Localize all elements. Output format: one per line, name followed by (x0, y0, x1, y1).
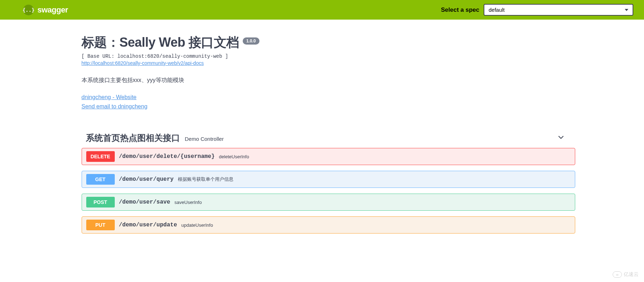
method-badge-put: PUT (86, 220, 115, 230)
endpoint-path: /demo/user/delete/{username} (119, 153, 215, 160)
endpoint-row[interactable]: PUT/demo/user/updateupdateUserInfo (82, 216, 575, 234)
endpoint-row[interactable]: GET/demo/user/query根据账号获取单个用户信息 (82, 171, 575, 188)
spec-select[interactable]: default (484, 4, 633, 16)
endpoint-path: /demo/user/query (119, 176, 174, 183)
method-badge-post: POST (86, 197, 115, 207)
logo-wrap[interactable]: {..} swagger (23, 5, 68, 15)
spec-label: Select a spec (441, 6, 479, 14)
section-header[interactable]: 系统首页热点图相关接口 Demo Controller (82, 129, 575, 147)
endpoint-summary: 根据账号获取单个用户信息 (178, 176, 233, 183)
title-row: 标题：Seally Web 接口文档 1.0.0 (82, 34, 575, 51)
base-url: [ Base URL: localhost:6820/seally-commun… (82, 53, 575, 59)
api-description: 本系统接口主要包括xxx、yyy等功能模块 (82, 77, 575, 84)
endpoint-summary: saveUserInfo (175, 200, 202, 205)
endpoint-summary: deleteUserInfo (219, 154, 249, 159)
logo-text: swagger (37, 5, 68, 15)
endpoint-path: /demo/user/save (119, 199, 170, 205)
section-description: Demo Controller (185, 136, 224, 142)
method-badge-get: GET (86, 174, 115, 185)
version-badge: 1.0.0 (243, 37, 259, 45)
topbar: {..} swagger Select a spec default (0, 0, 644, 20)
swagger-logo-icon: {..} (23, 5, 34, 15)
contact-links: dningcheng - Website Send email to dning… (82, 93, 575, 111)
endpoints-list: DELETE/demo/user/delete/{username}delete… (82, 147, 575, 241)
spec-select-wrap: default (484, 4, 633, 16)
endpoint-row[interactable]: POST/demo/user/savesaveUserInfo (82, 194, 575, 211)
endpoint-path: /demo/user/update (119, 222, 177, 228)
endpoint-summary: updateUserInfo (181, 222, 213, 228)
chevron-down-icon (557, 134, 565, 142)
api-docs-link[interactable]: http://localhost:6820/seally-community-w… (82, 60, 204, 66)
spec-selector: Select a spec default (441, 4, 633, 16)
section-header-left: 系统首页热点图相关接口 Demo Controller (86, 132, 224, 144)
page-title: 标题：Seally Web 接口文档 (82, 34, 239, 51)
contact-email-link[interactable]: Send email to dningcheng (82, 102, 575, 111)
endpoint-row[interactable]: DELETE/demo/user/delete/{username}delete… (82, 148, 575, 165)
contact-website-link[interactable]: dningcheng - Website (82, 93, 575, 102)
main-container: 标题：Seally Web 接口文档 1.0.0 [ Base URL: loc… (58, 20, 586, 251)
section-name: 系统首页热点图相关接口 (86, 132, 180, 144)
method-badge-delete: DELETE (86, 151, 115, 162)
